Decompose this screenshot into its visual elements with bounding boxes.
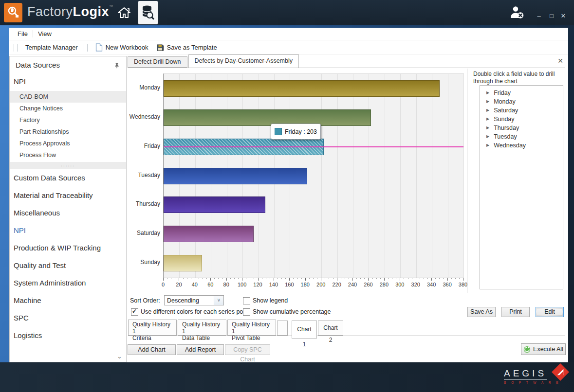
axis-tick	[230, 278, 231, 279]
sidebar-category-material-and-traceability[interactable]: Material and Traceability	[10, 187, 126, 204]
expand-icon[interactable]: ▶	[486, 115, 489, 124]
toolbar-grip[interactable]	[84, 44, 88, 52]
logout-user-button[interactable]	[509, 5, 525, 20]
sidebar-category-system-administration[interactable]: System Administration	[10, 274, 126, 292]
drill-field-list: ▶Friday▶Monday▶Saturday▶Sunday▶Thursday▶…	[480, 85, 563, 289]
gridline	[432, 74, 432, 278]
sidebar-category-quality-and-test[interactable]: Quality and Test	[10, 257, 126, 274]
axis-tick	[195, 278, 195, 281]
axis-tick	[301, 278, 302, 279]
npi-item-list: CAD-BOMChange NoticesFactoryPart Relatio…	[10, 91, 126, 161]
gridline	[385, 74, 385, 278]
execute-all-button[interactable]: Execute All	[521, 343, 566, 355]
drill-item-thursday[interactable]: ▶Thursday	[480, 124, 563, 132]
sidebar-item-change-notices[interactable]: Change Notices	[10, 103, 126, 114]
add-chart-button[interactable]: Add Chart	[128, 344, 176, 355]
show-legend-checkbox[interactable]	[243, 297, 250, 304]
different-colors-checkbox[interactable]	[131, 308, 138, 316]
y-label-friday: Friday	[129, 132, 160, 161]
drill-item-monday[interactable]: ▶Monday	[480, 97, 563, 106]
expand-icon[interactable]: ▶	[486, 106, 489, 115]
minimize-button[interactable]: –	[534, 12, 544, 20]
y-axis-labels: MondayWednesdayFridayTuesdayThursdaySatu…	[129, 73, 160, 277]
bar-monday[interactable]	[164, 80, 440, 97]
sidebar-item-process-approvals[interactable]: Process Approvals	[10, 138, 126, 149]
sidebar-category-custom-data-sources[interactable]: Custom Data Sources	[10, 169, 126, 187]
cumulative-percentage-label: Show cumulative percentage	[253, 308, 331, 315]
sidebar-category-production-wip-tracking[interactable]: Production & WIP Tracking	[10, 239, 126, 257]
sheet-tab-line1: Chart 2	[323, 324, 337, 343]
bar-wednesday[interactable]	[164, 109, 371, 126]
axis-tick	[214, 278, 215, 279]
edit-button[interactable]: Edit	[536, 307, 564, 317]
gridline	[369, 74, 369, 278]
bar-saturday[interactable]	[164, 226, 254, 242]
sheet-tab-quality-history-1-criteria[interactable]: Quality History 1Criteria	[128, 320, 177, 336]
y-label-saturday: Saturday	[129, 219, 160, 248]
sidebar-item-process-flow[interactable]: Process Flow	[10, 149, 126, 161]
save-as-button[interactable]: Save As	[467, 307, 496, 317]
axis-tick	[372, 278, 373, 279]
x-tick-label: 280	[377, 282, 391, 287]
bar-thursday[interactable]	[164, 196, 265, 213]
expand-icon[interactable]: ▶	[486, 89, 489, 97]
new-workbook-button[interactable]: New Workbook	[92, 42, 152, 53]
axis-tick	[238, 278, 239, 279]
tab-defects-by-day-customer-assembly[interactable]: Defects by Day-Customer-Assembly	[188, 54, 299, 68]
sidebar-item-factory[interactable]: Factory	[10, 114, 126, 126]
x-tick-label: 20	[171, 282, 186, 287]
axis-tick	[321, 278, 321, 281]
sort-order-dropdown[interactable]: Descending ˅	[164, 295, 224, 305]
sheet-tab-quality-history-1-data-table[interactable]: Quality History 1Data Table	[178, 320, 226, 336]
save-as-template-button[interactable]: Save as Template	[152, 42, 221, 53]
sidebar-splitter[interactable]: ......	[10, 162, 126, 169]
sidebar-title: Data Sources	[16, 61, 60, 69]
drill-item-saturday[interactable]: ▶Saturday	[480, 106, 563, 115]
sidebar-category-miscellaneous[interactable]: Miscellaneous	[10, 204, 126, 222]
pin-icon[interactable]	[113, 62, 121, 70]
data-explorer-button[interactable]	[138, 1, 158, 24]
axis-tick	[297, 278, 298, 279]
sidebar-item-part-relationships[interactable]: Part Relationships	[10, 126, 126, 138]
home-button[interactable]	[116, 5, 132, 20]
sheet-tab-chart-1[interactable]: Chart 1	[292, 321, 317, 339]
axis-tick	[463, 278, 463, 281]
sidebar-category-logistics[interactable]: Logistics	[10, 327, 126, 344]
sidebar-category-spc[interactable]: SPC	[10, 309, 126, 327]
print-button[interactable]: Print	[501, 307, 530, 317]
bar-sunday[interactable]	[164, 255, 202, 271]
tooltip-swatch	[275, 128, 282, 135]
drill-item-wednesday[interactable]: ▶Wednesday	[480, 141, 563, 150]
sidebar-category-npi[interactable]: NPI	[10, 222, 126, 239]
drill-item-sunday[interactable]: ▶Sunday	[480, 115, 563, 124]
axis-tick	[337, 278, 337, 281]
tab-defect-drill-down[interactable]: Defect Drill Down	[128, 56, 187, 68]
cumulative-percentage-checkbox[interactable]	[243, 308, 250, 316]
sheet-tab-blank[interactable]	[277, 321, 288, 336]
template-manager-button[interactable]: Template Manager	[21, 42, 82, 53]
sidebar-category-machine[interactable]: Machine	[10, 292, 126, 309]
x-tick-label: 40	[187, 282, 202, 287]
maximize-button[interactable]: □	[546, 12, 557, 20]
sheet-tab-quality-history-1-pivot-table[interactable]: Quality History 1Pivot Table	[227, 320, 276, 336]
axis-tick	[234, 278, 235, 279]
add-report-button[interactable]: Add Report	[177, 344, 224, 355]
drill-item-friday[interactable]: ▶Friday	[480, 89, 563, 97]
axis-tick	[388, 278, 389, 279]
expand-icon[interactable]: ▶	[486, 141, 489, 150]
expand-icon[interactable]: ▶	[486, 124, 489, 132]
toolbar-grip[interactable]	[14, 44, 18, 52]
menu-item-view[interactable]: View	[33, 30, 56, 37]
expand-icon[interactable]: ▶	[486, 97, 489, 106]
scroll-down-icon[interactable]: ⌄	[117, 353, 122, 360]
chart-page: MondayWednesdayFridayTuesdayThursdaySatu…	[128, 68, 565, 363]
expand-icon[interactable]: ▶	[486, 132, 489, 141]
sidebar-item-cad-bom[interactable]: CAD-BOM	[10, 91, 126, 103]
bar-tuesday[interactable]	[164, 168, 307, 184]
drill-item-tuesday[interactable]: ▶Tuesday	[480, 132, 563, 141]
close-window-button[interactable]: ✕	[558, 12, 569, 20]
menu-item-file[interactable]: File	[13, 30, 33, 37]
close-tab-icon[interactable]: ✕	[557, 57, 563, 65]
sheet-tab-chart-2[interactable]: Chart 2	[318, 321, 343, 336]
axis-tick	[333, 278, 333, 279]
